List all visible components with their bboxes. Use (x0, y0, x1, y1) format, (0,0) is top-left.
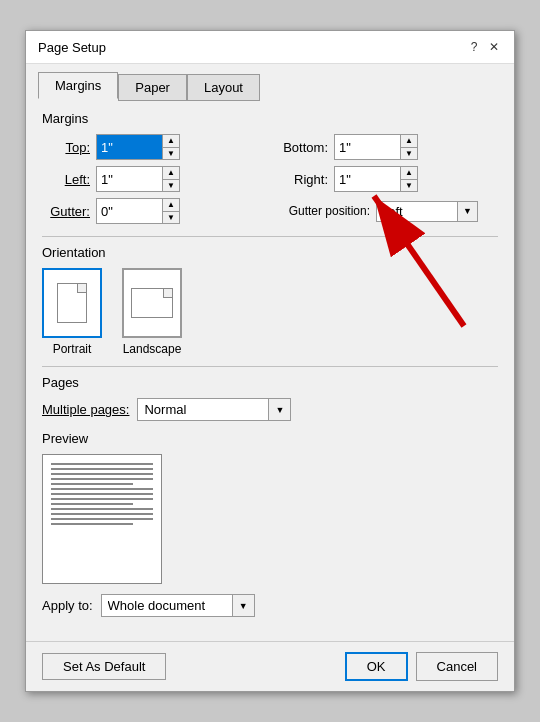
left-spin-down[interactable]: ▼ (163, 179, 179, 191)
orientation-options: Portrait Landscape (42, 268, 498, 356)
left-field-row: Left: ▲ ▼ (42, 166, 260, 192)
preview-line-1 (51, 463, 153, 465)
footer-right-buttons: OK Cancel (345, 652, 498, 681)
title-bar-left: Page Setup (38, 40, 106, 55)
portrait-label: Portrait (53, 342, 92, 356)
portrait-icon (42, 268, 102, 338)
gutter-input[interactable] (97, 199, 162, 223)
bottom-field-row: Bottom: ▲ ▼ (280, 134, 498, 160)
gutter-position-row: Gutter position: Left Top ▼ (280, 198, 498, 224)
gutter-position-select-container: Left Top ▼ (376, 201, 478, 222)
margins-section-label: Margins (42, 111, 498, 126)
tab-margins[interactable]: Margins (38, 72, 118, 99)
pages-section-label: Pages (42, 375, 498, 390)
left-input[interactable] (97, 167, 162, 191)
divider-2 (42, 366, 498, 367)
top-spinner: ▲ ▼ (96, 134, 180, 160)
bottom-spinner-btns: ▲ ▼ (400, 135, 417, 159)
right-spinner: ▲ ▼ (334, 166, 418, 192)
title-bar-controls: ? ✕ (466, 39, 502, 55)
dialog-title: Page Setup (38, 40, 106, 55)
preview-line-10 (51, 508, 153, 510)
top-label: Top: (42, 140, 90, 155)
left-label: Left: (42, 172, 90, 187)
top-field-row: Top: ▲ ▼ (42, 134, 260, 160)
top-input[interactable] (97, 135, 162, 159)
multiple-pages-label: Multiple pages: (42, 402, 129, 417)
pages-row: Multiple pages: Normal Mirror margins 2 … (42, 398, 498, 421)
tab-paper[interactable]: Paper (118, 74, 187, 101)
orientation-section: Orientation Portrait Landscape (42, 245, 498, 356)
left-spin-up[interactable]: ▲ (163, 167, 179, 179)
preview-line-5 (51, 483, 133, 485)
ok-button[interactable]: OK (345, 652, 408, 681)
divider-1 (42, 236, 498, 237)
left-spinner-btns: ▲ ▼ (162, 167, 179, 191)
multiple-pages-select[interactable]: Normal Mirror margins 2 pages per sheet … (138, 399, 268, 420)
gutter-spin-down[interactable]: ▼ (163, 211, 179, 223)
preview-line-6 (51, 488, 153, 490)
preview-line-3 (51, 473, 153, 475)
apply-select[interactable]: Whole document This section This point f… (102, 595, 232, 616)
gutter-spin-up[interactable]: ▲ (163, 199, 179, 211)
bottom-spin-down[interactable]: ▼ (401, 147, 417, 159)
landscape-icon (122, 268, 182, 338)
orientation-label: Orientation (42, 245, 498, 260)
tab-layout[interactable]: Layout (187, 74, 260, 101)
preview-section: Preview (42, 431, 498, 584)
gutter-spinner-btns: ▲ ▼ (162, 199, 179, 223)
preview-line-7 (51, 493, 153, 495)
top-spinner-btns: ▲ ▼ (162, 135, 179, 159)
preview-box (42, 454, 162, 584)
left-spinner: ▲ ▼ (96, 166, 180, 192)
preview-line-9 (51, 503, 133, 505)
top-spin-up[interactable]: ▲ (163, 135, 179, 147)
bottom-label: Bottom: (280, 140, 328, 155)
page-setup-dialog: Page Setup ? ✕ Margins Paper Layout Marg… (25, 30, 515, 692)
preview-line-2 (51, 468, 153, 470)
tabs-bar: Margins Paper Layout (26, 64, 514, 99)
gutter-label: Gutter: (42, 204, 90, 219)
preview-line-11 (51, 513, 153, 515)
gutter-position-label: Gutter position: (280, 204, 370, 218)
right-spin-down[interactable]: ▼ (401, 179, 417, 191)
landscape-label: Landscape (123, 342, 182, 356)
preview-label: Preview (42, 431, 498, 446)
pages-section: Pages Multiple pages: Normal Mirror marg… (42, 375, 498, 421)
bottom-spin-up[interactable]: ▲ (401, 135, 417, 147)
bottom-input[interactable] (335, 135, 400, 159)
close-button[interactable]: ✕ (486, 39, 502, 55)
top-spin-down[interactable]: ▼ (163, 147, 179, 159)
preview-line-8 (51, 498, 153, 500)
dialog-footer: Set As Default OK Cancel (26, 641, 514, 691)
portrait-option[interactable]: Portrait (42, 268, 102, 356)
apply-row: Apply to: Whole document This section Th… (42, 594, 498, 617)
cancel-button[interactable]: Cancel (416, 652, 498, 681)
right-field-row: Right: ▲ ▼ (280, 166, 498, 192)
right-label: Right: (280, 172, 328, 187)
multiple-pages-arrow-icon[interactable]: ▼ (268, 399, 290, 420)
multiple-pages-select-container: Normal Mirror margins 2 pages per sheet … (137, 398, 291, 421)
title-bar: Page Setup ? ✕ (26, 31, 514, 64)
apply-arrow-icon[interactable]: ▼ (232, 595, 254, 616)
right-spinner-btns: ▲ ▼ (400, 167, 417, 191)
gutter-position-select[interactable]: Left Top (377, 202, 457, 221)
help-button[interactable]: ? (466, 39, 482, 55)
preview-line-13 (51, 523, 133, 525)
right-spin-up[interactable]: ▲ (401, 167, 417, 179)
gutter-spinner: ▲ ▼ (96, 198, 180, 224)
dialog-content: Margins Top: ▲ ▼ Bottom: (26, 99, 514, 641)
right-input[interactable] (335, 167, 400, 191)
set-as-default-button[interactable]: Set As Default (42, 653, 166, 680)
gutter-field-row: Gutter: ▲ ▼ (42, 198, 260, 224)
preview-line-4 (51, 478, 153, 480)
preview-line-12 (51, 518, 153, 520)
portrait-page (57, 283, 87, 323)
apply-select-container: Whole document This section This point f… (101, 594, 255, 617)
gutter-position-arrow-icon[interactable]: ▼ (457, 202, 477, 221)
bottom-spinner: ▲ ▼ (334, 134, 418, 160)
margins-grid: Top: ▲ ▼ Bottom: ▲ ▼ (42, 134, 498, 224)
apply-label: Apply to: (42, 598, 93, 613)
landscape-page (131, 288, 173, 318)
landscape-option[interactable]: Landscape (122, 268, 182, 356)
